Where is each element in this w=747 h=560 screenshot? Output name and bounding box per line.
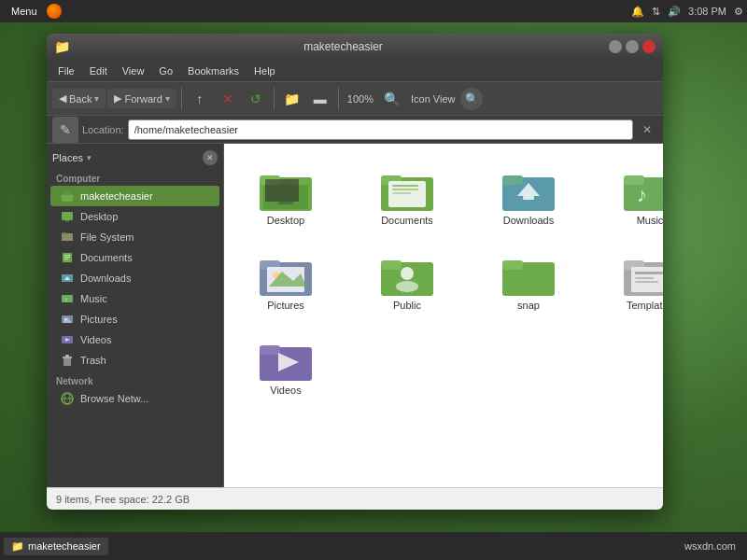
folder-public[interactable]: Public bbox=[360, 244, 454, 319]
stop-button[interactable]: ✕ bbox=[215, 86, 241, 112]
sidebar: Places ▾ ✕ Computer maketecheasier Deskt… bbox=[47, 144, 224, 487]
sidebar-item-documents[interactable]: Documents bbox=[50, 247, 219, 268]
taskbar-item-filemgr[interactable]: 📁 maketecheasier bbox=[4, 538, 108, 555]
bottom-right-text: wsxdn.com bbox=[684, 540, 743, 552]
music-sidebar-icon: ♪ bbox=[60, 291, 75, 306]
toolbar-separator-3 bbox=[338, 88, 339, 110]
sidebar-label-trash: Trash bbox=[80, 355, 106, 366]
stop-icon: ✕ bbox=[222, 91, 233, 106]
places-label: Places bbox=[52, 152, 83, 163]
svg-text:♪: ♪ bbox=[637, 183, 647, 206]
sidebar-close-button[interactable]: ✕ bbox=[203, 150, 218, 165]
zoom-icon-btn[interactable]: 🔍 bbox=[379, 86, 405, 112]
sidebar-item-pictures[interactable]: Pictures bbox=[50, 309, 219, 329]
search-button[interactable]: 🔍 bbox=[460, 88, 483, 110]
notification-icon: 🔔 bbox=[631, 6, 644, 18]
svg-rect-19 bbox=[63, 357, 71, 366]
folder-desktop[interactable]: Desktop bbox=[239, 159, 332, 234]
music-folder-label: Music bbox=[637, 215, 663, 227]
svg-point-51 bbox=[396, 281, 418, 292]
status-bar: 9 items, Free space: 22.2 GB bbox=[47, 487, 663, 510]
titlebar: 📁 maketecheasier bbox=[47, 34, 663, 60]
svg-rect-57 bbox=[635, 272, 663, 274]
svg-text:♪: ♪ bbox=[64, 296, 68, 302]
sidebar-item-maketecheasier[interactable]: maketecheasier bbox=[50, 186, 219, 206]
wsxdn-label: wsxdn.com bbox=[684, 540, 736, 552]
trash-sidebar-icon bbox=[60, 353, 75, 368]
downloads-folder-icon bbox=[502, 166, 555, 211]
svg-rect-34 bbox=[392, 189, 418, 190]
folder-templates[interactable]: Templates bbox=[603, 244, 663, 319]
back-button[interactable]: ◀ Back ▾ bbox=[52, 89, 106, 108]
sidebar-item-desktop[interactable]: Desktop bbox=[50, 206, 219, 227]
folder-documents[interactable]: Documents bbox=[360, 159, 454, 234]
up-button[interactable]: ↑ bbox=[187, 86, 213, 112]
edit-location-button[interactable]: ✎ bbox=[52, 117, 78, 143]
icon-grid: Desktop Documents bbox=[239, 159, 648, 405]
forward-label: Forward bbox=[124, 93, 162, 105]
menu-edit[interactable]: Edit bbox=[82, 63, 115, 78]
sidebar-label-music: Music bbox=[80, 293, 107, 304]
close-button[interactable] bbox=[642, 40, 655, 53]
firefox-icon[interactable] bbox=[47, 4, 62, 19]
sidebar-label-desktop: Desktop bbox=[80, 211, 118, 222]
sidebar-item-downloads[interactable]: Downloads bbox=[50, 268, 219, 288]
refresh-button[interactable]: ↺ bbox=[243, 86, 269, 112]
new-folder-button[interactable]: 📁 bbox=[279, 86, 305, 112]
sidebar-item-videos[interactable]: Videos bbox=[50, 329, 219, 350]
view-mode-label: Icon View bbox=[407, 93, 459, 105]
sidebar-label-maketecheasier: maketecheasier bbox=[80, 190, 153, 202]
svg-rect-39 bbox=[523, 196, 534, 200]
menu-help[interactable]: Help bbox=[247, 63, 283, 78]
sidebar-label-documents: Documents bbox=[80, 252, 133, 263]
folder-pictures[interactable]: Pictures bbox=[239, 244, 332, 319]
sidebar-item-trash[interactable]: Trash bbox=[50, 350, 219, 371]
svg-rect-9 bbox=[64, 259, 68, 259]
menu-go[interactable]: Go bbox=[151, 63, 180, 78]
sidebar-label-videos: Videos bbox=[80, 334, 111, 345]
public-folder-label: Public bbox=[393, 300, 421, 312]
svg-rect-7 bbox=[64, 255, 70, 256]
location-bar: ✎ Location: ✕ bbox=[47, 116, 663, 144]
menu-bookmarks[interactable]: Bookmarks bbox=[180, 63, 247, 78]
documents-folder-label: Documents bbox=[381, 215, 433, 227]
folder-music[interactable]: ♪ Music bbox=[603, 159, 663, 234]
search-icon: 🔍 bbox=[465, 92, 479, 105]
new-folder-icon: 📁 bbox=[284, 91, 300, 106]
templates-folder-icon bbox=[624, 251, 663, 296]
svg-rect-33 bbox=[392, 185, 418, 187]
minimize-button[interactable] bbox=[609, 40, 622, 53]
videos-folder-icon bbox=[260, 336, 312, 381]
videos-folder-label: Videos bbox=[270, 385, 301, 397]
terminal-icon: ▬ bbox=[314, 91, 327, 106]
location-input[interactable] bbox=[128, 119, 633, 140]
back-label: Back bbox=[69, 93, 92, 105]
folder-icon-titlebar: 📁 bbox=[54, 39, 70, 54]
network-sidebar-icon bbox=[60, 391, 75, 406]
downloads-folder-label: Downloads bbox=[503, 215, 554, 227]
up-icon: ↑ bbox=[196, 91, 203, 106]
svg-rect-5 bbox=[62, 232, 66, 234]
pencil-icon: ✎ bbox=[60, 122, 71, 137]
svg-rect-53 bbox=[502, 260, 523, 270]
forward-button[interactable]: ▶ Forward ▾ bbox=[107, 89, 176, 108]
terminal-button[interactable]: ▬ bbox=[307, 86, 333, 112]
menu-file[interactable]: File bbox=[50, 63, 82, 78]
documents-folder-icon bbox=[381, 166, 433, 211]
sidebar-item-music[interactable]: ♪ Music bbox=[50, 288, 219, 309]
file-view: Desktop Documents bbox=[224, 144, 663, 487]
menu-view[interactable]: View bbox=[115, 63, 152, 78]
location-go-icon[interactable]: ✕ bbox=[637, 119, 657, 140]
maximize-button[interactable] bbox=[626, 40, 639, 53]
sidebar-item-browse-network[interactable]: Browse Netw... bbox=[50, 388, 219, 409]
folder-snap[interactable]: snap bbox=[482, 244, 575, 319]
sidebar-item-filesystem[interactable]: File System bbox=[50, 227, 219, 247]
folder-videos[interactable]: Videos bbox=[239, 329, 332, 404]
time-display: 3:08 PM bbox=[688, 6, 726, 17]
back-arrow-icon: ◀ bbox=[59, 92, 66, 105]
snap-folder-label: snap bbox=[517, 300, 540, 312]
menu-button[interactable]: Menu bbox=[4, 4, 45, 19]
folder-downloads[interactable]: Downloads bbox=[482, 159, 575, 234]
svg-rect-4 bbox=[62, 233, 73, 241]
home-icon bbox=[60, 189, 75, 203]
